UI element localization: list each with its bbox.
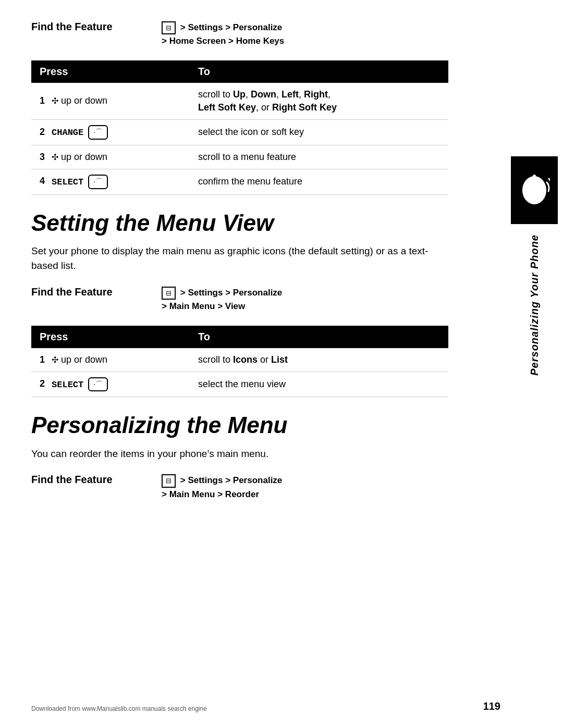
page-number: 119 — [483, 700, 500, 712]
section2-title: Setting the Menu View — [31, 211, 448, 236]
table-cell-press: 4 SELECT ·⌒ — [31, 169, 190, 194]
row-num: 4 — [40, 176, 45, 186]
scroll-icon: ✣ — [52, 354, 58, 366]
footer-text: Downloaded from www.Manualslib.com manua… — [31, 705, 207, 712]
menu-icon-2: ⊟ — [162, 287, 176, 300]
press-table-2: Press To 1 ✣ up or down scroll to Icons … — [31, 326, 448, 398]
table-col-to-1: To — [190, 60, 448, 83]
table-cell-press: 1 ✣ up or down — [31, 348, 190, 372]
table-cell-press: 3 ✣ up or down — [31, 145, 190, 169]
find-feature-path-3: ⊟ > Settings > Personalize > Main Menu >… — [162, 474, 282, 501]
path-text-1b: > Home Screen > Home Keys — [162, 36, 284, 46]
select-key-btn: ·⌒ — [88, 175, 108, 189]
path-text-3a: > Settings > Personalize — [180, 475, 283, 485]
row-num: 1 — [40, 354, 45, 365]
find-feature-label-3: Find the Feature — [31, 474, 146, 486]
find-feature-label-2: Find the Feature — [31, 286, 146, 298]
row-num: 2 — [40, 127, 45, 137]
table-row: 3 ✣ up or down scroll to a menu feature — [31, 145, 448, 169]
row-num: 1 — [40, 95, 45, 106]
section2-desc: Set your phone to display the main menu … — [31, 244, 448, 274]
scroll-icon: ✣ — [52, 152, 58, 163]
path-text-2b: > Main Menu > View — [162, 301, 245, 311]
table-col-press-2: Press — [31, 326, 190, 348]
table-row: 2 SELECT ·⌒ select the menu view — [31, 372, 448, 397]
path-text-2a: > Settings > Personalize — [180, 288, 283, 298]
menu-icon-1: ⊟ — [162, 21, 176, 35]
bell-icon — [519, 169, 550, 211]
menu-icon-3: ⊟ — [162, 474, 176, 488]
find-feature-label-1: Find the Feature — [31, 21, 146, 33]
change-key-label: CHANGE — [52, 128, 83, 138]
table-row: 2 CHANGE ·⌒ select the icon or soft key — [31, 120, 448, 145]
footer: Downloaded from www.Manualslib.com manua… — [31, 705, 207, 712]
find-feature-path-1: ⊟ > Settings > Personalize > Home Screen… — [162, 21, 284, 48]
side-banner: Personalizing Your Phone — [506, 156, 563, 381]
table-cell-press: 1 ✣ up or down — [31, 83, 190, 120]
select-key-btn-2: ·⌒ — [88, 377, 108, 392]
table-row: 1 ✣ up or down scroll to Icons or List — [31, 348, 448, 372]
table-cell-to: scroll to Up, Down, Left, Right, Left So… — [190, 83, 448, 120]
table-header-row-1: Press To — [31, 60, 448, 83]
bell-icon-area — [511, 156, 558, 224]
svg-point-2 — [532, 199, 537, 204]
side-banner-text: Personalizing Your Phone — [529, 229, 541, 381]
table-col-press-1: Press — [31, 60, 190, 83]
table-cell-to: scroll to Icons or List — [190, 348, 448, 372]
table-col-to-2: To — [190, 326, 448, 348]
table-cell-to: confirm the menu feature — [190, 169, 448, 194]
table-cell-to: scroll to a menu feature — [190, 145, 448, 169]
main-content: Find the Feature ⊟ > Settings > Personal… — [0, 0, 480, 534]
row-num: 2 — [40, 378, 45, 389]
change-key-btn: ·⌒ — [88, 125, 108, 140]
table-cell-press: 2 CHANGE ·⌒ — [31, 120, 190, 145]
scroll-icon: ✣ — [52, 95, 58, 107]
section3-title: Personalizing the Menu — [31, 413, 448, 438]
table-header-row-2: Press To — [31, 326, 448, 348]
svg-rect-1 — [533, 175, 536, 179]
find-feature-row-3: Find the Feature ⊟ > Settings > Personal… — [31, 474, 448, 501]
find-feature-path-2: ⊟ > Settings > Personalize > Main Menu >… — [162, 286, 282, 313]
path-text-1a: > Settings > Personalize — [180, 22, 283, 32]
select-key-label-2: SELECT — [52, 379, 83, 389]
press-table-1: Press To 1 ✣ up or down scroll to Up, Do… — [31, 60, 448, 195]
find-feature-row-1: Find the Feature ⊟ > Settings > Personal… — [31, 21, 448, 48]
table-row: 4 SELECT ·⌒ confirm the menu feature — [31, 169, 448, 194]
row-num: 3 — [40, 152, 45, 162]
table-row: 1 ✣ up or down scroll to Up, Down, Left,… — [31, 83, 448, 120]
find-feature-row-2: Find the Feature ⊟ > Settings > Personal… — [31, 286, 448, 313]
table-cell-to: select the menu view — [190, 372, 448, 397]
path-text-3b: > Main Menu > Reorder — [162, 489, 259, 499]
table-cell-to: select the icon or soft key — [190, 120, 448, 145]
section3-desc: You can reorder the items in your phone’… — [31, 447, 448, 462]
select-key-label: SELECT — [52, 177, 83, 187]
table-cell-press: 2 SELECT ·⌒ — [31, 372, 190, 397]
